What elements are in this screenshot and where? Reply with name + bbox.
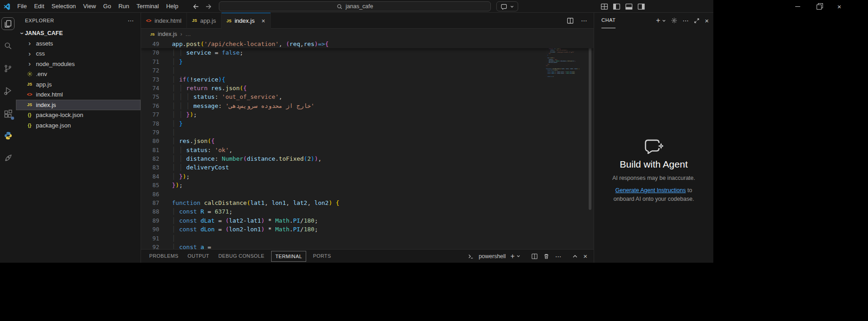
run-debug-icon[interactable] <box>1 84 15 97</box>
line-number[interactable]: 87 <box>141 199 159 207</box>
python-extension-icon[interactable] <box>1 129 15 142</box>
split-editor-icon[interactable] <box>567 17 574 24</box>
code-line[interactable]: 90│ const dLon = (lon2-lon1) * Math.PI/1… <box>141 225 545 234</box>
code-area[interactable]: 70│ │ service = false;71│ }72│ 73│ if(!s… <box>141 40 594 249</box>
panel-more-actions-icon[interactable]: ⋯ <box>555 253 561 260</box>
chat-tab[interactable]: CHAT <box>601 13 616 28</box>
panel-tab-ports[interactable]: PORTS <box>308 250 336 263</box>
toggle-primary-sidebar-icon[interactable] <box>613 3 621 10</box>
line-number[interactable]: 76 <box>141 102 159 110</box>
search-box[interactable]: janas_cafe <box>219 1 491 11</box>
line-number[interactable]: 75 <box>141 92 159 101</box>
line-number[interactable]: 90 <box>141 225 159 234</box>
file-tree-item-index.html[interactable]: <>index.html <box>16 90 141 100</box>
code-line[interactable]: 92│ const a = <box>141 243 545 249</box>
menu-selection[interactable]: Selection <box>48 0 79 13</box>
source-control-icon[interactable] <box>1 62 15 75</box>
code-line[interactable]: 83│ │ deliveryCost <box>141 163 545 172</box>
expand-chat-icon[interactable] <box>694 18 700 24</box>
code-line[interactable]: 84│ }); <box>141 172 545 181</box>
file-tree-item-.env[interactable]: .env <box>16 69 141 80</box>
line-number[interactable]: 92 <box>141 243 159 249</box>
panel-tab-output[interactable]: OUTPUT <box>183 250 214 263</box>
code-line[interactable]: 73│ if(!service){ <box>141 75 545 84</box>
code-line[interactable]: 75│ │ │ status: 'out_of_service', <box>141 92 545 101</box>
line-number[interactable]: 80 <box>141 137 159 145</box>
split-terminal-icon[interactable] <box>531 253 538 260</box>
code-line[interactable]: 49app.post('/api/check-location', (req,r… <box>141 40 594 48</box>
rocket-icon[interactable] <box>1 152 15 164</box>
file-tree-item-node_modules[interactable]: ›node_modules <box>16 59 141 69</box>
tab-index.js[interactable]: JSindex.js× <box>222 13 271 29</box>
menu-terminal[interactable]: Terminal <box>133 0 162 13</box>
line-number[interactable]: 70 <box>141 48 159 57</box>
file-tree-item-index.js[interactable]: JSindex.js <box>16 100 141 110</box>
copilot-button[interactable] <box>496 1 518 11</box>
line-number[interactable]: 91 <box>141 234 159 243</box>
close-window-icon[interactable]: × <box>829 0 850 13</box>
file-tree-item-assets[interactable]: ›assets <box>16 38 141 49</box>
explorer-more-actions-icon[interactable]: ⋯ <box>128 17 135 24</box>
code-line[interactable]: 74│ │ return res.json({ <box>141 84 545 92</box>
close-tab-icon[interactable]: × <box>262 17 265 25</box>
breadcrumb[interactable]: JS index.js › … <box>141 29 594 40</box>
kill-terminal-trash-icon[interactable] <box>543 253 550 260</box>
code-line[interactable]: 71│ } <box>141 57 545 66</box>
line-number[interactable]: 71 <box>141 57 159 66</box>
line-number[interactable]: 74 <box>141 84 159 92</box>
explorer-icon[interactable] <box>1 17 15 30</box>
panel-tab-terminal[interactable]: TERMINAL <box>271 251 306 262</box>
menu-run[interactable]: Run <box>115 0 133 13</box>
editor-scrollbar[interactable] <box>589 41 591 210</box>
forward-button[interactable] <box>204 1 214 11</box>
breadcrumb-symbol[interactable]: … <box>185 31 191 37</box>
file-tree-item-app.js[interactable]: JSapp.js <box>16 79 141 90</box>
file-tree-item-package.json[interactable]: {}package.json <box>16 120 141 131</box>
chat-settings-gear-icon[interactable] <box>671 17 677 24</box>
code-line[interactable]: 91│ <box>141 234 545 243</box>
toggle-secondary-sidebar-icon[interactable] <box>637 3 645 10</box>
editor-more-actions-icon[interactable]: ⋯ <box>581 17 587 24</box>
menu-file[interactable]: File <box>14 0 30 13</box>
breadcrumb-file[interactable]: index.js <box>158 31 177 37</box>
line-number[interactable]: 81 <box>141 146 159 154</box>
code-line[interactable]: 86 <box>141 190 545 199</box>
restore-window-icon[interactable] <box>808 0 829 13</box>
chevron-down-icon[interactable] <box>662 19 666 23</box>
code-line[interactable]: 77│ │ }); <box>141 110 545 119</box>
menu-edit[interactable]: Edit <box>30 0 48 13</box>
code-line[interactable]: 82│ │ distance: Number(distance.toFixed(… <box>141 154 545 163</box>
code-line[interactable]: 87function calcDistance(lat1, lon1, lat2… <box>141 199 545 207</box>
code-line[interactable]: 79│ <box>141 128 545 137</box>
code-line[interactable]: 70│ │ service = false; <box>141 48 545 57</box>
terminal-shell-label[interactable]: powershell <box>479 253 506 260</box>
toggle-panel-icon[interactable] <box>625 3 633 10</box>
line-number[interactable]: 78 <box>141 119 159 128</box>
maximize-panel-icon[interactable] <box>572 254 578 259</box>
close-chat-icon[interactable]: × <box>705 17 709 24</box>
line-number[interactable]: 86 <box>141 190 159 199</box>
chevron-down-icon[interactable] <box>516 254 520 258</box>
code-line[interactable]: 88│ const R = 6371; <box>141 207 545 216</box>
code-line[interactable]: 72│ <box>141 66 545 75</box>
extensions-icon[interactable] <box>1 107 15 120</box>
code-line[interactable]: 80│ res.json({ <box>141 137 545 145</box>
tab-index.html[interactable]: <>index.html <box>141 13 187 29</box>
file-tree-item-css[interactable]: ›css <box>16 49 141 59</box>
new-chat-icon[interactable]: + <box>656 17 660 24</box>
line-number[interactable]: 73 <box>141 75 159 84</box>
search-view-icon[interactable] <box>1 39 15 52</box>
tab-app.js[interactable]: JSapp.js <box>187 13 222 29</box>
menu-help[interactable]: Help <box>162 0 182 13</box>
close-panel-icon[interactable]: × <box>583 253 587 260</box>
code-line[interactable]: 85}); <box>141 181 545 189</box>
line-number[interactable]: 85 <box>141 181 159 189</box>
menu-view[interactable]: View <box>80 0 100 13</box>
menu-go[interactable]: Go <box>100 0 115 13</box>
line-number[interactable]: 79 <box>141 128 159 137</box>
line-number[interactable]: 77 <box>141 110 159 119</box>
panel-tab-debug-console[interactable]: DEBUG CONSOLE <box>214 250 269 263</box>
sticky-scroll-line[interactable]: 49app.post('/api/check-location', (req,r… <box>141 40 594 48</box>
customize-layout-icon[interactable] <box>601 3 608 10</box>
line-number[interactable]: 84 <box>141 172 159 181</box>
